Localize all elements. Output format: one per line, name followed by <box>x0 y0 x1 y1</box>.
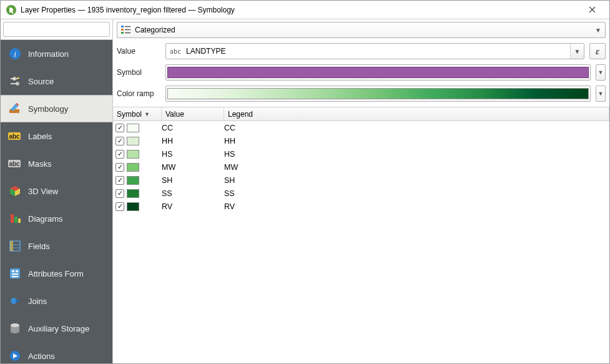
value-field-text: LANDTYPE <box>184 47 570 56</box>
color-ramp-button[interactable] <box>165 86 591 102</box>
sidebar-item-label: Joins <box>28 297 47 306</box>
svg-rect-13 <box>18 219 21 223</box>
color-ramp-gradient <box>167 88 589 99</box>
sidebar-icon: abc <box>8 157 22 170</box>
sidebar-icon <box>8 294 22 308</box>
category-checkbox[interactable]: ✓ <box>116 176 124 185</box>
category-swatch[interactable] <box>127 163 139 172</box>
sidebar-item-symbology[interactable]: Symbology <box>1 95 112 122</box>
sidebar-icon <box>8 184 22 198</box>
category-checkbox[interactable]: ✓ <box>116 124 124 132</box>
sidebar-item-source[interactable]: Source <box>1 67 112 95</box>
filter-input[interactable] <box>3 22 110 37</box>
sidebar-item-masks[interactable]: abcMasks <box>1 150 112 177</box>
category-checkbox[interactable]: ✓ <box>116 137 124 145</box>
svg-rect-27 <box>121 26 124 27</box>
left-column: iInformationSourceSymbologyabcLabelsabcM… <box>1 19 113 363</box>
category-checkbox[interactable]: ✓ <box>116 163 124 172</box>
category-row[interactable]: ✓CCCC <box>113 121 609 134</box>
value-field-dropdown-button[interactable]: ▼ <box>570 44 584 59</box>
close-button[interactable] <box>579 1 604 19</box>
header-value[interactable]: Value <box>162 107 224 121</box>
sidebar-item-labels[interactable]: abcLabels <box>1 122 112 150</box>
sidebar-item-actions[interactable]: Actions <box>1 342 112 363</box>
category-row[interactable]: ✓MWMW <box>113 160 609 174</box>
symbology-panel: Categorized ▼ Value abc LANDTYPE ▼ ε Sym… <box>113 19 609 363</box>
renderer-type-dropdown[interactable]: Categorized ▼ <box>117 22 606 38</box>
category-swatch[interactable] <box>127 176 139 185</box>
svg-rect-21 <box>12 273 18 275</box>
svg-rect-19 <box>12 270 14 272</box>
sidebar-icon <box>8 102 22 116</box>
header-symbol[interactable]: Symbol ▼ <box>113 107 162 121</box>
field-type-icon: abc <box>166 48 184 55</box>
category-checkbox[interactable]: ✓ <box>116 202 124 211</box>
sidebar-item-auxiliary-storage[interactable]: Auxiliary Storage <box>1 315 112 342</box>
category-value: CC <box>162 124 224 132</box>
sidebar-item-label: Actions <box>28 352 55 361</box>
value-label: Value <box>117 47 160 56</box>
sidebar-icon <box>8 267 22 280</box>
sidebar-icon <box>8 212 22 225</box>
svg-text:i: i <box>14 49 16 59</box>
svg-rect-29 <box>121 32 124 34</box>
category-value: SH <box>162 176 224 185</box>
sidebar-item-joins[interactable]: Joins <box>1 287 112 315</box>
sidebar-item-label: Fields <box>28 242 50 251</box>
sidebar-item-diagrams[interactable]: Diagrams <box>1 205 112 232</box>
category-row[interactable]: ✓SSSS <box>113 187 609 200</box>
sidebar-icon <box>8 74 22 88</box>
symbol-menu-button[interactable]: ▼ <box>596 64 606 81</box>
svg-text:abc: abc <box>9 133 20 140</box>
category-swatch[interactable] <box>127 202 139 211</box>
category-swatch[interactable] <box>127 124 139 132</box>
svg-rect-20 <box>16 270 18 272</box>
category-legend: CC <box>224 124 235 132</box>
category-legend: MW <box>224 163 238 172</box>
categories-header: Symbol ▼ Value Legend <box>113 107 609 121</box>
category-swatch[interactable] <box>127 150 139 159</box>
category-checkbox[interactable]: ✓ <box>116 189 124 198</box>
window-title: Layer Properties — 1935 inventory_region… <box>21 6 579 14</box>
category-swatch[interactable] <box>127 137 139 145</box>
svg-rect-11 <box>11 214 14 223</box>
sidebar-icon: i <box>8 47 22 61</box>
sidebar-item-fields[interactable]: Fields <box>1 232 112 260</box>
svg-rect-22 <box>12 276 18 277</box>
symbol-button[interactable] <box>165 64 591 81</box>
svg-rect-17 <box>10 241 13 251</box>
category-value: RV <box>162 202 224 211</box>
sidebar-item-attributes-form[interactable]: Attributes Form <box>1 260 112 287</box>
categorized-icon <box>121 25 131 36</box>
category-checkbox[interactable]: ✓ <box>116 150 124 159</box>
category-legend: HH <box>224 137 235 145</box>
filter-row <box>1 19 112 40</box>
category-value: SS <box>162 189 224 198</box>
sidebar-icon: abc <box>8 129 22 143</box>
svg-point-25 <box>11 323 19 327</box>
category-row[interactable]: ✓SHSH <box>113 174 609 187</box>
expression-button[interactable]: ε <box>589 43 606 59</box>
symbol-label: Symbol <box>117 68 160 77</box>
titlebar: Layer Properties — 1935 inventory_region… <box>1 1 609 19</box>
category-value: MW <box>162 163 224 172</box>
category-swatch[interactable] <box>127 189 139 198</box>
category-value: HS <box>162 150 224 159</box>
sidebar-item-label: Masks <box>28 159 52 169</box>
sidebar-item-information[interactable]: iInformation <box>1 40 112 67</box>
sidebar-item-label: Attributes Form <box>28 269 84 278</box>
category-row[interactable]: ✓HSHS <box>113 147 609 160</box>
category-row[interactable]: ✓HHHH <box>113 134 609 147</box>
category-row[interactable]: ✓RVRV <box>113 200 609 213</box>
sidebar-nav: iInformationSourceSymbologyabcLabelsabcM… <box>1 40 112 363</box>
svg-rect-12 <box>14 217 17 223</box>
color-ramp-label: Color ramp <box>117 89 160 98</box>
header-symbol-label: Symbol <box>117 110 142 119</box>
sidebar-item-label: Auxiliary Storage <box>28 324 89 333</box>
color-ramp-menu-button[interactable]: ▼ <box>596 86 606 102</box>
qgis-app-icon <box>6 4 17 16</box>
header-legend[interactable]: Legend <box>224 107 609 121</box>
value-field-select[interactable]: abc LANDTYPE ▼ <box>165 43 584 59</box>
category-value: HH <box>162 137 224 145</box>
sidebar-item-3d-view[interactable]: 3D View <box>1 177 112 205</box>
